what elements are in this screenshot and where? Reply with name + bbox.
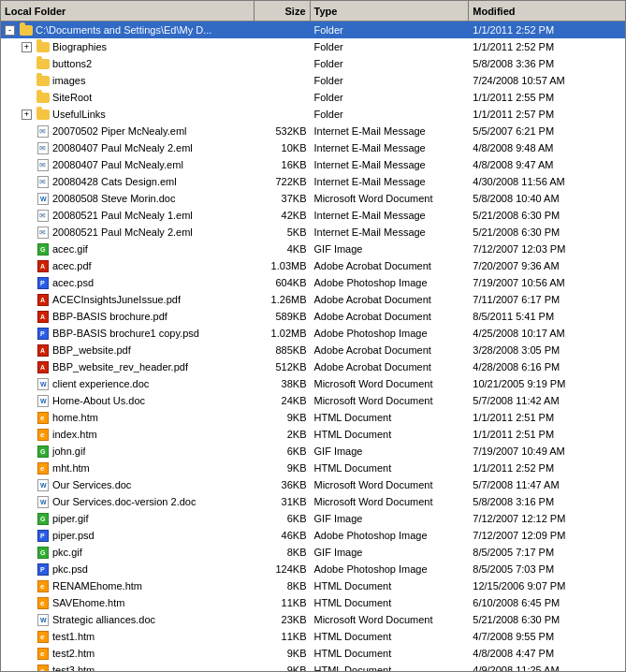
folder-open-icon <box>19 23 34 37</box>
cell-type: GIF Image <box>311 241 470 257</box>
table-row[interactable]: home.htm9KBHTML Document1/1/2011 2:51 PM <box>1 409 625 426</box>
file-name: 20080521 Paul McNealy 2.eml <box>52 226 193 238</box>
table-row[interactable]: ACECInsightsJuneIssue.pdf1.26MBAdobe Acr… <box>1 291 625 308</box>
expand-button[interactable]: + <box>22 42 32 52</box>
cell-name: client experience.doc <box>1 375 255 392</box>
table-row[interactable]: imagesFolder7/24/2008 10:57 AM <box>1 72 625 89</box>
header-name[interactable]: Local Folder <box>1 1 255 21</box>
cell-modified: 1/1/2011 2:51 PM <box>469 409 625 426</box>
htm-icon <box>36 461 51 475</box>
table-row[interactable]: 20080407 Paul McNealy.eml16KBInternet E-… <box>1 156 625 173</box>
table-row[interactable]: +UsefulLinksFolder1/1/2011 2:57 PM <box>1 106 625 123</box>
file-name: test1.htm <box>52 631 95 642</box>
table-row[interactable]: SiteRootFolder1/1/2011 2:55 PM <box>1 89 625 106</box>
header-type[interactable]: Type <box>311 1 470 21</box>
table-row[interactable]: Home-About Us.doc24KBMicrosoft Word Docu… <box>1 392 625 409</box>
file-name: Our Services.doc <box>52 479 131 490</box>
table-row[interactable]: BBP_website_rev_header.pdf512KBAdobe Acr… <box>1 358 625 375</box>
table-row[interactable]: piper.psd46KBAdobe Photoshop Image7/12/2… <box>1 527 625 544</box>
eml-icon <box>36 209 51 222</box>
htm-icon <box>36 647 51 660</box>
cell-name: 20080407 Paul McNealy 2.eml <box>1 139 255 156</box>
header-size[interactable]: Size <box>255 1 311 21</box>
table-row[interactable]: BBP-BASIS brochure1 copy.psd1.02MBAdobe … <box>1 325 625 342</box>
cell-modified: 8/5/2011 5:41 PM <box>469 308 625 325</box>
cell-size: 8KB <box>255 577 311 594</box>
table-row[interactable]: index.htm2KBHTML Document1/1/2011 2:51 P… <box>1 426 625 443</box>
table-row[interactable]: Our Services.doc-version 2.doc31KBMicros… <box>1 493 625 510</box>
table-row[interactable]: 20080407 Paul McNealy 2.eml10KBInternet … <box>1 139 625 156</box>
expand-button[interactable]: - <box>5 25 15 36</box>
cell-modified: 10/21/2005 9:19 PM <box>469 375 625 392</box>
cell-size: 589KB <box>255 308 311 325</box>
cell-name: pkc.gif <box>1 544 255 561</box>
cell-size <box>255 22 311 38</box>
table-row[interactable]: Strategic alliances.doc23KBMicrosoft Wor… <box>1 611 625 628</box>
file-name: ACECInsightsJuneIssue.pdf <box>52 294 181 305</box>
file-name: BBP_website_rev_header.pdf <box>52 361 188 373</box>
table-row[interactable]: client experience.doc38KBMicrosoft Word … <box>1 375 625 392</box>
table-row[interactable]: 20080521 Paul McNealy 2.eml5KBInternet E… <box>1 224 625 241</box>
file-name: 20080508 Steve Morin.doc <box>52 193 175 204</box>
cell-type: GIF Image <box>311 544 470 561</box>
pdf-icon <box>36 360 51 373</box>
cell-modified: 8/5/2005 7:03 PM <box>469 561 625 577</box>
cell-name: RENAMEhome.htm <box>1 577 255 594</box>
table-row[interactable]: mht.htm9KBHTML Document1/1/2011 2:52 PM <box>1 460 625 476</box>
file-name: client experience.doc <box>52 378 149 389</box>
cell-name: mht.htm <box>1 460 255 476</box>
table-row[interactable]: Our Services.doc36KBMicrosoft Word Docum… <box>1 476 625 493</box>
table-row[interactable]: +BiographiesFolder1/1/2011 2:52 PM <box>1 38 625 55</box>
table-row[interactable]: buttons2Folder5/8/2008 3:36 PM <box>1 55 625 72</box>
table-row[interactable]: test3.htm9KBHTML Document4/9/2008 11:25 … <box>1 662 625 671</box>
doc-icon <box>36 478 51 491</box>
cell-name: Home-About Us.doc <box>1 392 255 409</box>
table-row[interactable]: 20080428 Cats Design.eml722KBInternet E-… <box>1 173 625 190</box>
cell-modified: 4/25/2008 10:17 AM <box>469 325 625 342</box>
table-row[interactable]: acec.gif4KBGIF Image7/12/2007 12:03 PM <box>1 241 625 257</box>
cell-size: 9KB <box>255 460 311 476</box>
cell-modified: 4/30/2008 11:56 AM <box>469 173 625 190</box>
cell-size: 1.26MB <box>255 291 311 308</box>
cell-name: images <box>1 72 255 89</box>
table-row[interactable]: pkc.psd124KBAdobe Photoshop Image8/5/200… <box>1 561 625 577</box>
table-row[interactable]: BBP-BASIS brochure.pdf589KBAdobe Acrobat… <box>1 308 625 325</box>
table-row[interactable]: 20080521 Paul McNealy 1.eml42KBInternet … <box>1 207 625 224</box>
cell-type: Folder <box>311 38 470 55</box>
cell-size: 46KB <box>255 527 311 544</box>
cell-type: Adobe Photoshop Image <box>311 561 470 577</box>
table-row[interactable]: pkc.gif8KBGIF Image8/5/2005 7:17 PM <box>1 544 625 561</box>
table-row[interactable]: SAVEhome.htm11KBHTML Document6/10/2008 6… <box>1 594 625 611</box>
pdf-icon <box>36 343 51 357</box>
table-row[interactable]: 20080508 Steve Morin.doc37KBMicrosoft Wo… <box>1 190 625 207</box>
eml-icon <box>36 158 51 171</box>
table-row[interactable]: acec.pdf1.03MBAdobe Acrobat Document7/20… <box>1 257 625 274</box>
psd-icon <box>36 529 51 542</box>
table-row[interactable]: test1.htm11KBHTML Document4/7/2008 9:55 … <box>1 628 625 645</box>
file-list[interactable]: -C:\Documents and Settings\Ed\My D...Fol… <box>1 22 625 671</box>
htm-icon <box>36 428 51 441</box>
cell-name: acec.psd <box>1 274 255 291</box>
cell-type: Internet E-Mail Message <box>311 207 470 224</box>
table-row[interactable]: 20070502 Piper McNealy.eml532KBInternet … <box>1 123 625 139</box>
file-name: mht.htm <box>52 462 90 474</box>
cell-size: 8KB <box>255 544 311 561</box>
header-modified[interactable]: Modified <box>469 1 625 21</box>
table-row[interactable]: -C:\Documents and Settings\Ed\My D...Fol… <box>1 22 625 38</box>
cell-name: acec.pdf <box>1 257 255 274</box>
doc-icon <box>36 192 51 205</box>
expand-button[interactable]: + <box>22 110 32 120</box>
table-row[interactable]: RENAMEhome.htm8KBHTML Document12/15/2006… <box>1 577 625 594</box>
file-name: piper.psd <box>52 530 95 541</box>
table-row[interactable]: BBP_website.pdf885KBAdobe Acrobat Docume… <box>1 342 625 358</box>
cell-size: 16KB <box>255 156 311 173</box>
table-row[interactable]: john.gif6KBGIF Image7/19/2007 10:49 AM <box>1 443 625 460</box>
cell-modified: 1/1/2011 2:52 PM <box>469 22 625 38</box>
table-row[interactable]: acec.psd604KBAdobe Photoshop Image7/19/2… <box>1 274 625 291</box>
htm-icon <box>36 411 51 424</box>
cell-type: Folder <box>311 55 470 72</box>
table-row[interactable]: test2.htm9KBHTML Document4/8/2008 4:47 P… <box>1 645 625 662</box>
table-row[interactable]: piper.gif6KBGIF Image7/12/2007 12:12 PM <box>1 510 625 527</box>
htm-icon <box>36 664 51 671</box>
file-name: Biographies <box>52 41 107 52</box>
